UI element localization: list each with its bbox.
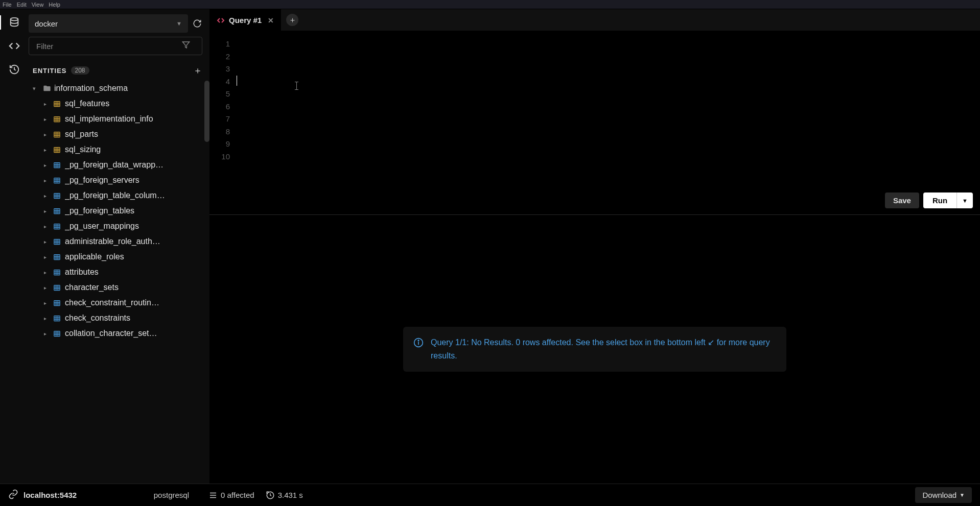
tab-bar: Query #1 ✕ ＋ (209, 9, 980, 31)
entities-header: ENTITIES 208 ＋ (29, 55, 209, 81)
chevron-down-icon: ▼ (960, 492, 965, 498)
main-region: docker ▼ ENTITIES 208 ＋ (0, 9, 980, 484)
table-item[interactable]: ▸administrable_role_auth… (29, 234, 209, 249)
table-item[interactable]: ▸applicable_roles (29, 249, 209, 264)
schema-item[interactable]: ▾ information_schema (29, 81, 209, 96)
table-item[interactable]: ▸check_constraint_routin… (29, 295, 209, 310)
schema-name: information_schema (54, 84, 128, 93)
table-name: collation_character_set… (65, 329, 157, 338)
chevron-right-icon: ▸ (44, 147, 49, 153)
svg-rect-77 (54, 331, 60, 336)
table-name: _pg_user_mappings (65, 222, 139, 231)
svg-rect-22 (54, 162, 60, 167)
menu-file[interactable]: File (3, 2, 12, 8)
sidebar: docker ▼ ENTITIES 208 ＋ (29, 9, 209, 484)
connection-select[interactable]: docker ▼ (29, 14, 188, 33)
table-name: sql_implementation_info (65, 114, 153, 124)
table-icon (53, 284, 61, 292)
status-host[interactable]: localhost:5432 (24, 491, 77, 499)
menu-view[interactable]: View (32, 2, 44, 8)
table-icon (53, 238, 61, 246)
table-item[interactable]: ▸character_sets (29, 280, 209, 295)
table-item[interactable]: ▸sql_features (29, 96, 209, 111)
svg-point-0 (11, 18, 18, 21)
chevron-right-icon: ▸ (44, 193, 49, 199)
scrollbar[interactable] (204, 81, 209, 142)
menu-help[interactable]: Help (49, 2, 60, 8)
download-button[interactable]: Download ▼ (915, 487, 972, 503)
new-tab-button[interactable]: ＋ (286, 14, 298, 26)
table-item[interactable]: ▸_pg_foreign_table_colum… (29, 188, 209, 203)
table-item[interactable]: ▸_pg_foreign_servers (29, 173, 209, 188)
svg-rect-67 (54, 300, 60, 305)
rail-database-icon[interactable] (8, 16, 20, 29)
status-db-type: postgresql (154, 491, 189, 499)
table-name: _pg_foreign_table_colum… (65, 191, 165, 200)
link-icon (8, 489, 18, 501)
editor-pane: 12345678910 Save Run ▼ (209, 31, 980, 214)
editor-cursor (237, 76, 237, 86)
tab-title: Query #1 (229, 16, 262, 25)
line-gutter: 12345678910 (209, 31, 234, 214)
status-affected[interactable]: 0 affected (208, 491, 254, 500)
entity-tree[interactable]: ▾ information_schema ▸sql_features▸sql_i… (29, 81, 209, 484)
table-icon (53, 115, 61, 123)
svg-rect-72 (54, 316, 60, 321)
tab-close-icon[interactable]: ✕ (268, 16, 274, 25)
table-icon (53, 269, 61, 276)
table-icon (53, 207, 61, 215)
table-item[interactable]: ▸_pg_foreign_data_wrapp… (29, 157, 209, 173)
entities-title: ENTITIES (33, 67, 67, 75)
chevron-right-icon: ▸ (44, 162, 49, 168)
refresh-button[interactable] (192, 18, 202, 29)
info-icon (413, 338, 424, 350)
table-icon (53, 330, 61, 338)
folder-icon (43, 84, 51, 92)
table-name: check_constraint_routin… (65, 298, 159, 307)
results-pane: Query 1/1: No Results. 0 rows affected. … (209, 214, 980, 484)
menu-edit[interactable]: Edit (17, 2, 27, 8)
run-button[interactable]: Run (923, 192, 956, 208)
query-tab[interactable]: Query #1 ✕ (209, 9, 281, 31)
entities-count: 208 (71, 66, 89, 75)
table-item[interactable]: ▸check_constraints (29, 310, 209, 326)
add-entity-button[interactable]: ＋ (193, 64, 202, 77)
chevron-right-icon: ▸ (44, 331, 49, 336)
svg-rect-2 (54, 101, 60, 106)
editor-action-bar: Save Run ▼ (885, 192, 973, 208)
svg-rect-17 (54, 147, 60, 152)
result-info-box: Query 1/1: No Results. 0 rows affected. … (403, 327, 786, 371)
chevron-right-icon: ▸ (44, 300, 49, 306)
table-item[interactable]: ▸sql_sizing (29, 142, 209, 157)
sql-editor[interactable] (234, 31, 980, 214)
table-icon (53, 253, 61, 261)
icon-rail (0, 9, 29, 484)
svg-rect-32 (54, 193, 60, 198)
table-icon (53, 223, 61, 230)
chevron-right-icon: ▸ (44, 132, 49, 137)
rail-history-icon[interactable] (8, 63, 20, 76)
table-item[interactable]: ▸attributes (29, 264, 209, 280)
status-bar: localhost:5432 postgresql 0 affected 3.4… (0, 484, 980, 506)
table-item[interactable]: ▸sql_parts (29, 127, 209, 142)
svg-rect-57 (54, 270, 60, 275)
chevron-right-icon: ▸ (44, 101, 49, 107)
table-item[interactable]: ▸sql_implementation_info (29, 111, 209, 127)
chevron-right-icon: ▸ (44, 316, 49, 321)
chevron-right-icon: ▸ (44, 285, 49, 291)
table-item[interactable]: ▸collation_character_set… (29, 326, 209, 341)
rail-query-icon[interactable] (8, 40, 20, 52)
table-item[interactable]: ▸_pg_foreign_tables (29, 203, 209, 219)
table-name: character_sets (65, 283, 119, 292)
svg-rect-52 (54, 254, 60, 259)
svg-rect-47 (54, 239, 60, 244)
table-item[interactable]: ▸_pg_user_mappings (29, 219, 209, 234)
save-button[interactable]: Save (885, 192, 919, 208)
table-name: applicable_roles (65, 252, 124, 261)
table-icon (53, 100, 61, 108)
chevron-right-icon: ▸ (44, 116, 49, 122)
filter-input[interactable] (29, 37, 202, 55)
run-dropdown-button[interactable]: ▼ (956, 192, 973, 208)
table-icon (53, 315, 61, 322)
svg-rect-7 (54, 116, 60, 122)
